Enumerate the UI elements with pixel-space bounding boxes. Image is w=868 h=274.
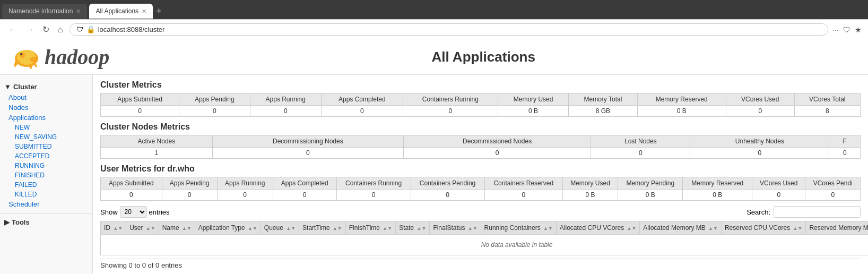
url-box[interactable]: 🛡 🔒 localhost:8088/cluster xyxy=(70,23,829,36)
sort-arrows-finish: ▲▼ xyxy=(383,226,392,231)
sidebar-item-about[interactable]: About xyxy=(4,92,88,102)
lock-icon: 🔒 xyxy=(86,25,95,33)
tab-bar: Namenode information ✕ All Applications … xyxy=(0,0,868,19)
val-user-containers-pending: 0 xyxy=(411,190,484,201)
col-queue[interactable]: Queue ▲▼ xyxy=(261,221,299,235)
sidebar-item-killed[interactable]: KILLED xyxy=(4,190,88,199)
val-user-memory-used: 0 B xyxy=(562,190,618,201)
col-user-memory-used: Memory Used xyxy=(562,177,618,190)
sidebar-item-nodes[interactable]: Nodes xyxy=(4,102,88,113)
col-unhealthy-nodes: Unhealthy Nodes xyxy=(690,135,829,148)
val-apps-completed: 0 xyxy=(321,106,403,117)
search-area: Search: xyxy=(747,206,861,218)
entries-label: entries xyxy=(149,208,170,216)
val-user-apps-completed: 0 xyxy=(273,190,336,201)
search-input[interactable] xyxy=(774,206,861,218)
bookmark-icon[interactable]: ★ xyxy=(855,25,862,34)
sidebar-tools-header[interactable]: ▶ Tools xyxy=(4,218,88,226)
val-user-memory-reserved: 0 B xyxy=(683,190,752,201)
show-entries-row: Show 10 20 25 50 100 entries Search: xyxy=(100,206,861,218)
home-button[interactable]: ⌂ xyxy=(56,24,65,36)
val-user-containers-running: 0 xyxy=(336,190,411,201)
col-finish-time[interactable]: FinishTime ▲▼ xyxy=(345,221,395,235)
sidebar-item-accepted[interactable]: ACCEPTED xyxy=(4,151,88,161)
sidebar-item-applications[interactable]: Applications xyxy=(4,113,88,123)
main-layout: ▼ Cluster About Nodes Applications NEW N… xyxy=(0,75,868,274)
col-alloc-memory-mb[interactable]: Allocated Memory MB ▲▼ xyxy=(640,221,722,235)
tab-namenode[interactable]: Namenode information ✕ xyxy=(2,4,87,19)
col-user-apps-completed: Apps Completed xyxy=(273,177,336,190)
sort-arrows-start: ▲▼ xyxy=(333,226,342,231)
col-id[interactable]: ID ▲▼ xyxy=(101,221,126,235)
show-label: Show xyxy=(100,208,118,216)
col-apps-completed: Apps Completed xyxy=(321,93,403,106)
tab-allapps[interactable]: All Applications ✕ xyxy=(89,4,153,19)
page-wrapper: hadoop All Applications ▼ Cluster About … xyxy=(0,39,868,274)
user-metrics-title: User Metrics for dr.who xyxy=(100,164,861,174)
col-name[interactable]: Name ▲▼ xyxy=(159,221,195,235)
sidebar-cluster-label: Cluster xyxy=(13,83,37,91)
val-decommissioning-nodes: 0 xyxy=(212,148,403,159)
col-user-apps-running: Apps Running xyxy=(217,177,273,190)
col-alloc-cpu-vcores[interactable]: Allocated CPU VCores ▲▼ xyxy=(556,221,640,235)
browser-actions: ··· 🛡 ★ xyxy=(832,25,862,34)
col-state[interactable]: State ▲▼ xyxy=(396,221,430,235)
sidebar-item-failed[interactable]: FAILED xyxy=(4,180,88,190)
expand-arrow-icon: ▶ xyxy=(4,218,10,226)
tab-namenode-close[interactable]: ✕ xyxy=(76,8,81,15)
sort-arrows-id: ▲▼ xyxy=(113,226,123,231)
show-select[interactable]: 10 20 25 50 100 xyxy=(120,206,147,218)
tab-allapps-label: All Applications xyxy=(96,7,138,15)
val-apps-submitted: 0 xyxy=(101,106,179,117)
new-tab-button[interactable]: + xyxy=(153,6,165,17)
col-reserved-cpu-vcores[interactable]: Reserved CPU VCores ▲▼ xyxy=(721,221,806,235)
sort-arrows-name: ▲▼ xyxy=(182,226,192,231)
sidebar-cluster-header[interactable]: ▼ Cluster xyxy=(4,81,88,92)
col-apps-running: Apps Running xyxy=(250,93,321,106)
col-user[interactable]: User ▲▼ xyxy=(126,221,159,235)
col-final-status[interactable]: FinalStatus ▲▼ xyxy=(430,221,481,235)
hadoop-logo-text: hadoop xyxy=(45,45,109,70)
col-user-memory-reserved: Memory Reserved xyxy=(683,177,752,190)
sort-arrows-state: ▲▼ xyxy=(417,226,427,231)
svg-point-4 xyxy=(30,57,38,62)
sidebar-item-scheduler[interactable]: Scheduler xyxy=(4,199,88,209)
col-running-containers[interactable]: Running Containers ▲▼ xyxy=(481,221,556,235)
shield-action-icon[interactable]: 🛡 xyxy=(843,25,850,34)
col-vcores-used: VCores Used xyxy=(726,93,794,106)
sidebar-item-submitted[interactable]: SUBMITTED xyxy=(4,142,88,151)
sidebar-item-new[interactable]: NEW xyxy=(4,123,88,132)
tab-allapps-close[interactable]: ✕ xyxy=(142,8,146,15)
cluster-metrics-row: 0 0 0 0 0 0 B 8 GB 0 B 0 8 xyxy=(101,106,861,117)
sort-arrows-alloc-cpu: ▲▼ xyxy=(627,226,637,231)
page-title: All Applications xyxy=(109,49,857,65)
col-app-type[interactable]: Application Type ▲▼ xyxy=(195,221,261,235)
sort-arrows-running-containers: ▲▼ xyxy=(543,226,553,231)
sort-arrows-app-type: ▲▼ xyxy=(248,226,257,231)
sort-arrows-alloc-mem: ▲▼ xyxy=(708,226,718,231)
val-active-nodes: 1 xyxy=(101,148,213,159)
sidebar-item-new-saving[interactable]: NEW_SAVING xyxy=(4,132,88,142)
back-button[interactable]: ← xyxy=(6,24,19,36)
col-reserved-memory-mb[interactable]: Reserved Memory MB ▲▼ xyxy=(806,221,868,235)
more-options-icon[interactable]: ··· xyxy=(832,25,839,34)
page-header: hadoop All Applications xyxy=(0,39,868,75)
refresh-button[interactable]: ↻ xyxy=(40,23,51,36)
sidebar-divider xyxy=(0,213,92,214)
tab-namenode-label: Namenode information xyxy=(8,7,73,15)
sidebar-item-running[interactable]: RUNNING xyxy=(4,161,88,170)
col-user-containers-pending: Containers Pending xyxy=(411,177,484,190)
user-metrics-table: Apps Submitted Apps Pending Apps Running… xyxy=(100,177,861,201)
col-containers-running: Containers Running xyxy=(403,93,498,106)
no-data-message: No data available in table xyxy=(101,235,869,255)
shield-icon: 🛡 xyxy=(76,25,83,33)
val-lost-nodes: 0 xyxy=(591,148,690,159)
col-apps-pending: Apps Pending xyxy=(179,93,250,106)
col-start-time[interactable]: StartTime ▲▼ xyxy=(299,221,346,235)
col-user-vcores-used: VCores Used xyxy=(752,177,805,190)
col-active-nodes: Active Nodes xyxy=(101,135,213,148)
sidebar-item-finished[interactable]: FINISHED xyxy=(4,170,88,180)
col-user-apps-pending: Apps Pending xyxy=(162,177,217,190)
forward-button[interactable]: → xyxy=(23,24,36,36)
page-title-area: All Applications xyxy=(109,49,857,65)
